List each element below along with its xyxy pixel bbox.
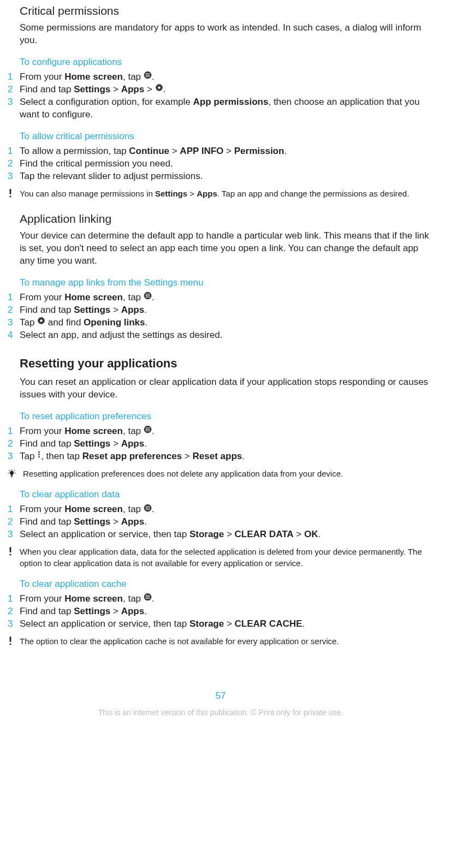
text: . bbox=[144, 305, 147, 315]
text: You can also manage permissions in bbox=[20, 189, 155, 198]
step-number: 1 bbox=[8, 145, 20, 158]
step-number: 2 bbox=[8, 158, 20, 170]
subheading-clear-data: To clear application data bbox=[20, 489, 434, 500]
note-reset-prefs: Resetting application preferences does n… bbox=[8, 468, 434, 479]
bold-text: Reset app preferences bbox=[82, 451, 182, 461]
bold-text: Storage bbox=[190, 529, 224, 539]
step-number: 2 bbox=[8, 605, 20, 618]
step-text: Find and tap Settings > Apps. bbox=[20, 605, 434, 618]
apps-grid-icon bbox=[144, 291, 152, 304]
text: . bbox=[242, 451, 245, 461]
step-text: From your Home screen, tap . bbox=[20, 593, 434, 605]
step-number: 1 bbox=[8, 292, 20, 304]
step-item: 1 To allow a permission, tap Continue > … bbox=[8, 145, 434, 158]
bold-text: Apps bbox=[197, 189, 217, 198]
bold-text: OK bbox=[304, 529, 318, 539]
step-item: 3 Select an application or service, then… bbox=[8, 528, 434, 541]
text: > bbox=[110, 438, 121, 449]
text: > bbox=[110, 606, 121, 616]
text: . bbox=[144, 606, 147, 616]
gear-icon bbox=[155, 83, 163, 96]
step-text: From your Home screen, tap . bbox=[20, 503, 434, 516]
subheading-allow-critical: To allow critical permissions bbox=[20, 131, 434, 142]
bold-text: CLEAR CACHE bbox=[235, 619, 303, 629]
step-number: 3 bbox=[8, 528, 20, 541]
bold-text: Settings bbox=[74, 438, 110, 449]
bold-text: Home screen bbox=[64, 504, 123, 514]
text: , tap bbox=[123, 72, 144, 82]
bold-text: Settings bbox=[74, 606, 110, 616]
step-item: 3 Select a configuration option, for exa… bbox=[8, 96, 434, 121]
step-text: Tap and find Opening links. bbox=[20, 317, 434, 329]
bold-text: Permission bbox=[234, 146, 285, 156]
step-item: 3 Tap the relevant slider to adjust perm… bbox=[8, 170, 434, 183]
text: > bbox=[224, 619, 234, 629]
note-text: You can also manage permissions in Setti… bbox=[20, 188, 434, 199]
step-item: 2 Find and tap Settings > Apps > . bbox=[8, 84, 434, 96]
text: Find and tap bbox=[20, 606, 74, 616]
text: Find and tap bbox=[20, 516, 74, 527]
bold-text: Opening links bbox=[84, 317, 145, 328]
step-number: 3 bbox=[8, 618, 20, 631]
step-item: 1 From your Home screen, tap . bbox=[8, 503, 434, 516]
text: From your bbox=[20, 504, 64, 514]
step-text: Tap the relevant slider to adjust permis… bbox=[20, 170, 434, 183]
text: > bbox=[294, 529, 304, 539]
step-number: 1 bbox=[8, 503, 20, 516]
text: From your bbox=[20, 593, 64, 604]
text: Select an application or service, then t… bbox=[20, 529, 190, 539]
step-item: 1 From your Home screen, tap . bbox=[8, 292, 434, 304]
exclamation-icon bbox=[8, 636, 20, 645]
bold-text: Settings bbox=[74, 305, 110, 315]
note-text: When you clear application data, data fo… bbox=[20, 546, 434, 569]
subheading-reset-prefs: To reset application preferences bbox=[20, 411, 434, 422]
text: . bbox=[144, 438, 147, 449]
step-number: 2 bbox=[8, 438, 20, 450]
step-item: 4 Select an app, and adjust the settings… bbox=[8, 329, 434, 342]
subheading-manage-links: To manage app links from the Settings me… bbox=[20, 277, 434, 288]
bold-text: Home screen bbox=[64, 593, 123, 604]
page-number: 57 bbox=[8, 691, 434, 701]
bold-text: Apps bbox=[121, 84, 145, 94]
text: . bbox=[145, 317, 148, 328]
bulb-icon bbox=[8, 468, 20, 477]
text: . bbox=[152, 504, 155, 514]
bold-text: Home screen bbox=[64, 72, 123, 82]
step-item: 3 Tap and find Opening links. bbox=[8, 317, 434, 329]
step-number: 4 bbox=[8, 329, 20, 342]
text: . bbox=[144, 516, 147, 527]
step-item: 1 From your Home screen, tap . bbox=[8, 425, 434, 438]
note-clear-data: When you clear application data, data fo… bbox=[8, 546, 434, 569]
text: . bbox=[302, 619, 305, 629]
step-item: 1 From your Home screen, tap . bbox=[8, 593, 434, 605]
heading-reset-apps: Resetting your applications bbox=[20, 356, 434, 371]
text: > bbox=[182, 451, 192, 461]
text: , tap bbox=[123, 292, 144, 302]
step-item: 3 Select an application or service, then… bbox=[8, 618, 434, 631]
apps-grid-icon bbox=[144, 592, 152, 605]
step-number: 1 bbox=[8, 593, 20, 605]
overflow-icon bbox=[37, 450, 41, 462]
subheading-configure-apps: To configure applications bbox=[20, 57, 434, 68]
body-critical-permissions: Some permissions are mandatory for apps … bbox=[20, 22, 434, 47]
apps-grid-icon bbox=[144, 503, 152, 516]
step-number: 3 bbox=[8, 170, 20, 183]
step-number: 1 bbox=[8, 71, 20, 84]
text: , tap bbox=[123, 593, 144, 604]
text: . bbox=[152, 593, 155, 604]
footer-copyright: This is an internet version of this publ… bbox=[8, 708, 434, 717]
text: . bbox=[163, 84, 166, 94]
text: > bbox=[110, 516, 121, 527]
steps-reset-prefs: 1 From your Home screen, tap . 2 Find an… bbox=[8, 425, 434, 463]
step-number: 3 bbox=[8, 317, 20, 329]
bold-text: CLEAR DATA bbox=[235, 529, 294, 539]
step-text: Find and tap Settings > Apps. bbox=[20, 304, 434, 317]
steps-clear-data: 1 From your Home screen, tap . 2 Find an… bbox=[8, 503, 434, 541]
text: > bbox=[187, 189, 197, 198]
step-text: Find and tap Settings > Apps. bbox=[20, 516, 434, 528]
text: Find and tap bbox=[20, 305, 74, 315]
steps-manage-links: 1 From your Home screen, tap . 2 Find an… bbox=[8, 292, 434, 342]
steps-allow-critical: 1 To allow a permission, tap Continue > … bbox=[8, 145, 434, 183]
apps-grid-icon bbox=[144, 425, 152, 437]
steps-clear-cache: 1 From your Home screen, tap . 2 Find an… bbox=[8, 593, 434, 631]
